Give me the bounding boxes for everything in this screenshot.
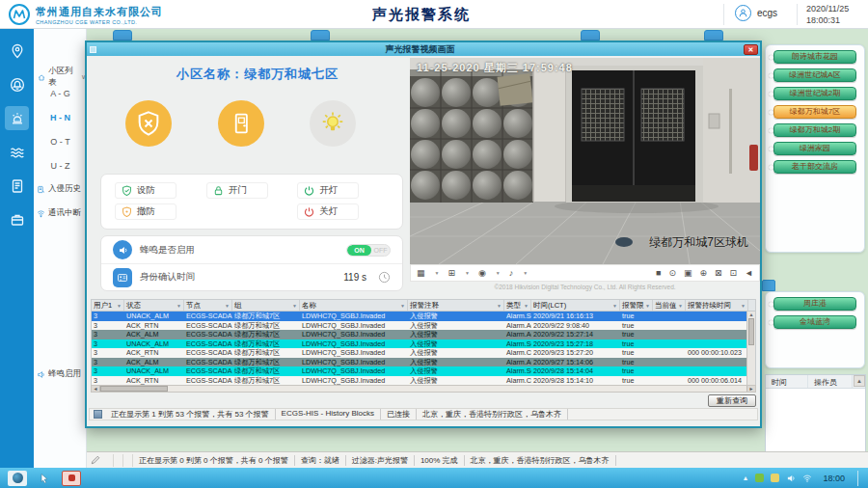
- hidden-tab[interactable]: [762, 280, 775, 291]
- volume-tray-icon[interactable]: [786, 474, 796, 483]
- filter-icon[interactable]: ▼: [524, 303, 529, 309]
- alarm-app-icon[interactable]: [62, 471, 81, 486]
- community-button[interactable]: 金域蓝湾: [773, 315, 856, 329]
- alarm-column-header[interactable]: 组▼: [232, 300, 300, 311]
- hidden-tab[interactable]: [581, 30, 600, 41]
- sidebar-group-2[interactable]: H - N: [34, 113, 87, 122]
- record-dot-icon[interactable]: ◉: [478, 268, 486, 278]
- video-record-icon[interactable]: ▣: [684, 268, 692, 278]
- filter-icon[interactable]: ▼: [741, 303, 746, 309]
- alarm-bell-icon[interactable]: [5, 72, 29, 96]
- snapshot-icon[interactable]: ⊞: [448, 268, 455, 278]
- sidebar-item-community-list[interactable]: 小区列表 ∨: [38, 66, 86, 89]
- alarm-column-header[interactable]: 报警限▼: [620, 300, 653, 311]
- alarm-table-row[interactable]: 3ACK_ALMECGS-SCADA绿都万和城7区LDWHC7Q_SGBJ.In…: [92, 358, 755, 367]
- requery-button[interactable]: 重新查询: [708, 394, 756, 407]
- sidebar-group-1[interactable]: A - G: [34, 89, 87, 98]
- arm-button[interactable]: 设防: [115, 182, 176, 199]
- community-button[interactable]: 绿都万和城7区: [773, 105, 856, 119]
- light-on-button[interactable]: 开灯: [297, 182, 359, 199]
- archive-icon[interactable]: [5, 207, 29, 231]
- hidden-tab[interactable]: [704, 30, 723, 41]
- dialog-titlebar[interactable]: 声光报警视频画面 ✕: [87, 42, 760, 56]
- report-icon[interactable]: [5, 174, 29, 198]
- zoom-in-icon[interactable]: ⊕: [699, 268, 707, 278]
- dropdown-caret-icon[interactable]: ▼: [523, 270, 528, 276]
- scroll-left-icon[interactable]: ◄: [92, 386, 100, 392]
- community-button[interactable]: 老干部交流房: [773, 160, 856, 174]
- stop-icon[interactable]: ■: [656, 268, 661, 278]
- community-button[interactable]: 朗诗城市花园: [773, 50, 856, 64]
- open-door-button[interactable]: 开门: [206, 182, 268, 199]
- operator-column-header[interactable]: 时间: [766, 375, 808, 388]
- filter-icon[interactable]: ▼: [292, 303, 297, 309]
- update-tray-icon[interactable]: [771, 474, 779, 482]
- buzzer-toggle[interactable]: ON OFF: [346, 244, 391, 257]
- hidden-tab[interactable]: [311, 30, 330, 41]
- user-box[interactable]: ecgs: [735, 5, 777, 21]
- scroll-right-icon[interactable]: ►: [746, 386, 755, 392]
- disarm-button[interactable]: 撤防: [115, 203, 176, 220]
- shield-x-badge[interactable]: [125, 100, 172, 147]
- alarm-column-header[interactable]: 时间(LCT)▼: [531, 300, 620, 311]
- door-badge[interactable]: [218, 100, 264, 147]
- table-vertical-scrollbar[interactable]: ▲: [746, 312, 755, 385]
- waves-icon[interactable]: [5, 140, 29, 164]
- alarm-column-header[interactable]: 报警注释▼: [408, 300, 504, 311]
- alarm-lamp-icon[interactable]: [5, 106, 29, 130]
- alarm-column-header[interactable]: 当前值▼: [653, 300, 686, 311]
- antivirus-tray-icon[interactable]: [755, 474, 764, 482]
- filter-icon[interactable]: ▼: [612, 303, 617, 309]
- operator-column-header[interactable]: 操作员: [808, 375, 853, 388]
- alarm-table-row[interactable]: 3ACK_RTNECGS-SCADA绿都万和城7区LDWHC7Q_SGBJ.In…: [92, 321, 755, 331]
- alarm-column-header[interactable]: 类型▼: [504, 300, 531, 311]
- alarm-column-header[interactable]: 名称▼: [300, 300, 408, 311]
- light-bulb-badge[interactable]: [310, 100, 356, 147]
- sidebar-group-4[interactable]: U - Z: [34, 161, 87, 171]
- sidebar-group-3[interactable]: O - T: [34, 137, 87, 147]
- filter-icon[interactable]: ▼: [400, 303, 405, 309]
- filter-icon[interactable]: ▼: [645, 303, 650, 309]
- dropdown-caret-icon[interactable]: ▼: [496, 270, 501, 276]
- alarm-table-row[interactable]: 3ACK_ALMECGS-SCADA绿都万和城7区LDWHC7Q_SGBJ.In…: [92, 330, 755, 339]
- show-desktop-divider[interactable]: [857, 471, 858, 486]
- network-globe-icon[interactable]: [8, 471, 27, 486]
- alarm-table-row[interactable]: 3UNACK_ALMECGS-SCADA绿都万和城7区LDWHC7Q_SGBJ.…: [92, 366, 755, 376]
- filter-icon[interactable]: ▼: [176, 303, 181, 309]
- light-off-button[interactable]: 关灯: [297, 203, 359, 220]
- sidebar-item-comm-interrupt[interactable]: 通讯中断: [37, 207, 81, 219]
- table-horizontal-scrollbar[interactable]: ◄ ►: [91, 385, 756, 393]
- community-button[interactable]: 周庄港: [773, 297, 856, 311]
- dropdown-caret-icon[interactable]: ▼: [465, 270, 470, 276]
- filter-icon[interactable]: ▼: [678, 303, 683, 309]
- scroll-up-icon[interactable]: ▲: [854, 375, 865, 387]
- dropdown-caret-icon[interactable]: ▼: [435, 270, 440, 276]
- close-icon[interactable]: ✕: [744, 44, 758, 55]
- capture-icon[interactable]: ⊙: [668, 268, 676, 278]
- alarm-column-header[interactable]: 节点▼: [184, 300, 232, 311]
- alarm-table-row[interactable]: 3ACK_RTNECGS-SCADA绿都万和城7区LDWHC7Q_SGBJ.In…: [92, 376, 755, 386]
- scrollbar-thumb[interactable]: [100, 386, 168, 392]
- community-button[interactable]: 绿都万和城2期: [773, 123, 856, 137]
- taskbar-clock[interactable]: 18:00: [823, 474, 845, 483]
- alarm-column-header[interactable]: 状态▼: [124, 300, 184, 311]
- filter-icon[interactable]: ▼: [117, 303, 122, 309]
- alarm-column-header[interactable]: 用户1▼: [92, 300, 124, 311]
- community-button[interactable]: 绿洲世纪城2期: [773, 87, 856, 100]
- community-button[interactable]: 绿洲家园: [773, 142, 856, 155]
- cctv-video-feed[interactable]: 11-25-2020 星期三 17:59:48 绿都万和城7区球机: [410, 58, 760, 264]
- fit-screen-icon[interactable]: ⊠: [715, 268, 722, 278]
- volume-icon[interactable]: ◄: [745, 268, 753, 278]
- layout-grid-icon[interactable]: ▦: [417, 268, 425, 278]
- alarm-table-row[interactable]: 3ACK_RTNECGS-SCADA绿都万和城7区LDWHC7Q_SGBJ.In…: [92, 348, 755, 358]
- community-button[interactable]: 绿洲世纪城A区: [773, 68, 856, 82]
- sidebar-item-buzzer-enable[interactable]: 蜂鸣启用: [37, 368, 81, 380]
- cursor-tool-icon[interactable]: [35, 471, 54, 486]
- alarm-column-header[interactable]: 报警持续时间▼: [686, 300, 748, 311]
- filter-icon[interactable]: ▼: [497, 303, 502, 309]
- filter-icon[interactable]: ▼: [225, 303, 230, 309]
- sidebar-item-intrusion-history[interactable]: 入侵历史: [37, 183, 81, 195]
- alarm-table-row[interactable]: 3UNACK_ALMECGS-SCADA绿都万和城7区LDWHC7Q_SGBJ.…: [92, 312, 755, 321]
- microphone-icon[interactable]: ♪: [509, 268, 514, 278]
- network-tray-icon[interactable]: [802, 474, 812, 483]
